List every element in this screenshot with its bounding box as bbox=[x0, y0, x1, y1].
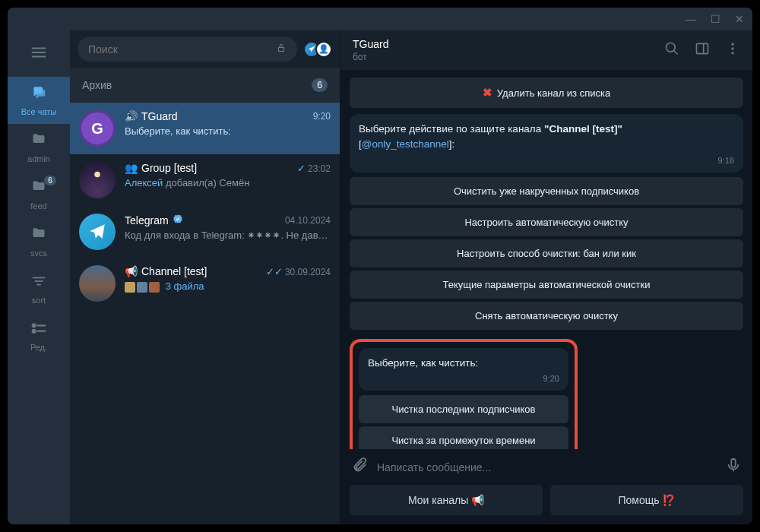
folder-sidebar: Все чаты admin 6 feed svcs bbox=[8, 30, 70, 524]
archive-count: 6 bbox=[312, 78, 328, 92]
premium-badges[interactable]: 👤 bbox=[303, 41, 332, 58]
archive-label: Архив bbox=[82, 79, 112, 91]
verified-icon bbox=[173, 214, 183, 226]
bot-button-channels[interactable]: Мои каналы 📢 bbox=[350, 485, 543, 515]
chat-item-group[interactable]: 👥 Group [test] ✓23:02 Алексей добавил(а)… bbox=[70, 154, 340, 206]
inline-button[interactable]: Снять автоматическую очистку bbox=[350, 302, 743, 330]
minimize-button[interactable]: — bbox=[686, 14, 696, 24]
sidepanel-icon[interactable] bbox=[695, 41, 710, 60]
menu-button[interactable] bbox=[30, 38, 47, 77]
svg-rect-14 bbox=[697, 43, 708, 53]
inline-button[interactable]: Текущие параметры автоматической очистки bbox=[350, 271, 743, 299]
chat-time: 9:20 bbox=[313, 111, 331, 122]
edit-icon bbox=[30, 320, 47, 340]
chat-preview: Алексей добавил(а) Семён bbox=[125, 177, 331, 188]
inline-button[interactable]: Очистить уже накрученных подписчиков bbox=[350, 177, 743, 205]
mic-icon[interactable] bbox=[725, 457, 742, 477]
chat-preview: Код для входа в Telegram: ⁕⁕⁕⁕. Не давай… bbox=[125, 230, 331, 241]
message-bubble: Выберите действие по защите канала "Chan… bbox=[350, 114, 743, 173]
message-input[interactable] bbox=[377, 461, 716, 473]
titlebar: — ☐ ✕ bbox=[8, 8, 752, 30]
inline-button[interactable]: Чистка последних подписчиков bbox=[359, 395, 568, 423]
lock-icon[interactable] bbox=[276, 43, 287, 55]
messages-area[interactable]: ✖ Удалить канал из списка Выберите дейст… bbox=[340, 70, 752, 449]
message-text: Выберите, как чистить: bbox=[368, 356, 559, 371]
svg-point-8 bbox=[33, 330, 36, 333]
chat-list-panel: 👤 Архив 6 G 🔊 TGuard 9:20 Выберите, как … bbox=[70, 30, 340, 524]
svg-point-16 bbox=[731, 43, 733, 45]
avatar bbox=[79, 265, 116, 302]
folder-badge: 6 bbox=[44, 176, 56, 185]
folder-label: admin bbox=[27, 154, 50, 163]
x-icon: ✖ bbox=[483, 86, 492, 100]
message-bubble: Выберите, как чистить: 9:20 bbox=[359, 348, 568, 391]
bot-keyboard: Мои каналы 📢 Помощь ⁉️ bbox=[340, 485, 752, 524]
avatar bbox=[79, 214, 116, 250]
inline-button[interactable]: Настроить автоматическую очистку bbox=[350, 208, 743, 236]
svg-point-11 bbox=[94, 172, 100, 178]
svg-point-17 bbox=[731, 47, 733, 49]
svg-rect-10 bbox=[279, 47, 284, 51]
chats-icon bbox=[31, 84, 46, 104]
archive-row[interactable]: Архив 6 bbox=[70, 68, 340, 103]
folder-label: Все чаты bbox=[21, 107, 57, 116]
folder-icon bbox=[31, 226, 46, 245]
folder-label: sort bbox=[32, 296, 46, 305]
message-input-area bbox=[340, 449, 752, 485]
inline-button-delete[interactable]: ✖ Удалить канал из списка bbox=[350, 78, 743, 108]
check-icon: ✓✓ bbox=[266, 266, 283, 277]
conversation-subtitle: бот bbox=[353, 52, 388, 62]
chat-name: 👥 Group [test] bbox=[125, 162, 197, 174]
svg-rect-19 bbox=[731, 459, 736, 467]
chat-preview: Выберите, как чистить: bbox=[125, 125, 331, 137]
folder-label: Ред. bbox=[30, 343, 47, 352]
folder-all-chats[interactable]: Все чаты bbox=[8, 77, 70, 124]
chat-item-tguard[interactable]: G 🔊 TGuard 9:20 Выберите, как чистить: bbox=[70, 103, 340, 154]
svg-point-18 bbox=[731, 52, 733, 54]
more-icon[interactable] bbox=[725, 41, 740, 60]
svg-line-13 bbox=[674, 50, 678, 54]
search-input[interactable] bbox=[88, 43, 268, 55]
message-time: 9:18 bbox=[359, 156, 734, 165]
folder-svcs[interactable]: svcs bbox=[8, 218, 70, 265]
folder-feed[interactable]: 6 feed bbox=[8, 171, 70, 218]
app-window: — ☐ ✕ Все чаты admin bbox=[8, 8, 752, 524]
chat-list: G 🔊 TGuard 9:20 Выберите, как чистить: bbox=[70, 103, 340, 524]
attach-icon[interactable] bbox=[351, 457, 368, 477]
folder-sort[interactable]: sort bbox=[8, 265, 70, 312]
avatar: G bbox=[79, 110, 116, 147]
folder-icon bbox=[31, 131, 46, 151]
bot-button-help[interactable]: Помощь ⁉️ bbox=[550, 485, 743, 515]
folder-admin[interactable]: admin bbox=[8, 124, 70, 171]
message-time: 9:20 bbox=[368, 374, 559, 383]
sort-icon bbox=[30, 273, 47, 293]
chat-time: ✓23:02 bbox=[297, 163, 331, 174]
conversation-title: TGuard bbox=[353, 38, 388, 50]
chat-time: 04.10.2024 bbox=[285, 215, 331, 226]
inline-button[interactable]: Настроить способ очистки: бан или кик bbox=[350, 239, 743, 268]
message-text: Выберите действие по защите канала "Chan… bbox=[359, 122, 734, 153]
search-box[interactable] bbox=[78, 36, 297, 62]
conversation-header[interactable]: TGuard бот bbox=[340, 30, 752, 70]
chat-preview: 3 файла bbox=[125, 280, 331, 293]
channel-link[interactable]: @only_testchannel bbox=[362, 138, 449, 150]
chat-name: 🔊 TGuard bbox=[125, 110, 177, 122]
highlighted-callout: Выберите, как чистить: 9:20 Чистка после… bbox=[350, 339, 578, 450]
chat-time: ✓✓30.09.2024 bbox=[266, 266, 331, 277]
chat-item-channel[interactable]: 📢 Channel [test] ✓✓30.09.2024 3 файла bbox=[70, 258, 340, 309]
svg-point-6 bbox=[33, 325, 36, 328]
inline-button[interactable]: Чистка за промежуток времени bbox=[359, 426, 568, 449]
chat-name: Telegram bbox=[125, 214, 183, 226]
folder-label: feed bbox=[30, 201, 46, 211]
conversation-panel: TGuard бот bbox=[340, 30, 752, 524]
chat-item-telegram[interactable]: Telegram 04.10.2024 Код для входа в Tele… bbox=[70, 206, 340, 258]
chat-name: 📢 Channel [test] bbox=[125, 265, 207, 277]
close-button[interactable]: ✕ bbox=[734, 14, 745, 24]
check-icon: ✓ bbox=[297, 163, 306, 174]
search-icon[interactable] bbox=[664, 41, 679, 60]
folder-edit[interactable]: Ред. bbox=[8, 312, 70, 359]
maximize-button[interactable]: ☐ bbox=[710, 14, 720, 24]
folder-label: svcs bbox=[30, 249, 47, 258]
svg-point-12 bbox=[667, 43, 676, 52]
avatar bbox=[79, 162, 116, 198]
